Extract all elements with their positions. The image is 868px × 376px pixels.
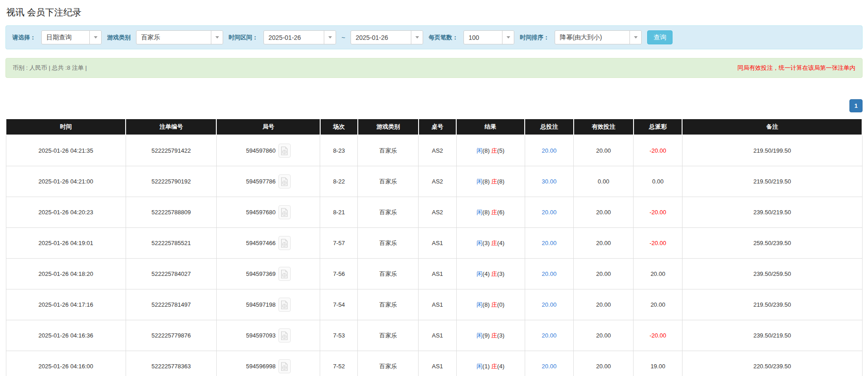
cell-total-bet[interactable]: 20.00 xyxy=(525,228,574,259)
cell-total-bet[interactable]: 20.00 xyxy=(525,197,574,228)
cell-round-id: 594597093 xyxy=(216,320,320,351)
cell-valid-bet: 20.00 xyxy=(574,259,634,289)
cell-payout: -20.00 xyxy=(634,228,683,259)
chevron-down-icon[interactable] xyxy=(411,31,423,44)
column-header: 总投注 xyxy=(525,119,574,135)
cell-total-bet[interactable]: 20.00 xyxy=(525,320,574,351)
table-row: 2025-01-26 04:16:36522225779876594597093… xyxy=(6,320,862,351)
cell-round-id: 594597198 xyxy=(216,289,320,320)
result-player-label: 闲 xyxy=(477,147,483,154)
date-to-select[interactable]: 2025-01-26 xyxy=(351,30,423,44)
video-replay-button[interactable] xyxy=(278,267,291,281)
cell-game-type: 百家乐 xyxy=(358,320,419,351)
game-type-label: 游戏类别 xyxy=(107,34,131,42)
cell-bet-id: 522225784027 xyxy=(126,259,216,289)
chevron-down-icon[interactable] xyxy=(211,31,223,44)
cell-remark: 239.50/219.50 xyxy=(682,320,862,351)
page-size-value: 100 xyxy=(464,31,502,44)
query-type-value: 日期查询 xyxy=(42,31,89,44)
cell-total-bet[interactable]: 20.00 xyxy=(525,351,574,376)
result-player-label: 闲 xyxy=(477,240,483,246)
round-id-text: 594597466 xyxy=(246,240,276,246)
cell-table-no: AS1 xyxy=(419,289,456,320)
page-size-select[interactable]: 100 xyxy=(463,30,514,44)
result-banker-label: 庄 xyxy=(491,147,497,154)
chevron-down-icon[interactable] xyxy=(502,31,514,44)
page-1-button[interactable]: 1 xyxy=(849,99,863,112)
chevron-down-icon[interactable] xyxy=(629,31,641,44)
round-id-wrap: 594597093 xyxy=(219,328,317,342)
cell-valid-bet: 20.00 xyxy=(574,351,634,376)
column-header: 总派彩 xyxy=(634,119,683,135)
query-type-label: 请选择： xyxy=(12,34,36,42)
result-player-label: 闲 xyxy=(477,178,483,185)
result-banker-label: 庄 xyxy=(491,209,497,216)
cell-total-bet[interactable]: 30.00 xyxy=(525,166,574,197)
query-type-select[interactable]: 日期查询 xyxy=(41,30,102,44)
result-player-value: (3) xyxy=(483,240,492,246)
result-banker-value: (8) xyxy=(497,178,504,185)
result-player-value: (9) xyxy=(483,332,492,339)
video-replay-button[interactable] xyxy=(278,236,291,250)
cell-time: 2025-01-26 04:19:01 xyxy=(6,228,126,259)
result-player-value: (8) xyxy=(483,301,492,308)
cell-bet-id: 522225791422 xyxy=(126,135,216,166)
page-size-label: 每页笔数： xyxy=(429,34,458,42)
game-type-select[interactable]: 百家乐 xyxy=(136,30,223,44)
cell-time: 2025-01-26 04:16:36 xyxy=(6,320,126,351)
cell-time: 2025-01-26 04:20:23 xyxy=(6,197,126,228)
result-player-value: (1) xyxy=(483,363,492,370)
result-banker-label: 庄 xyxy=(491,332,497,339)
cell-table-no: AS1 xyxy=(419,228,456,259)
column-header: 局号 xyxy=(216,119,320,135)
cell-session: 8-21 xyxy=(320,197,358,228)
cell-total-bet[interactable]: 20.00 xyxy=(525,135,574,166)
cell-round-id: 594597680 xyxy=(216,197,320,228)
cell-bet-id: 522225778363 xyxy=(126,351,216,376)
result-player-label: 闲 xyxy=(477,363,483,370)
cell-game-type: 百家乐 xyxy=(358,135,419,166)
video-replay-button[interactable] xyxy=(278,328,291,342)
cell-result: 闲(9) 庄(3) xyxy=(456,320,525,351)
chevron-down-icon[interactable] xyxy=(89,31,101,44)
cell-round-id: 594596998 xyxy=(216,351,320,376)
cell-total-bet[interactable]: 20.00 xyxy=(525,289,574,320)
cell-total-bet[interactable]: 20.00 xyxy=(525,259,574,289)
time-sort-label: 时间排序： xyxy=(520,34,549,42)
cell-result: 闲(8) 庄(0) xyxy=(456,289,525,320)
result-banker-value: (0) xyxy=(497,301,504,308)
cell-valid-bet: 20.00 xyxy=(574,228,634,259)
table-body: 2025-01-26 04:21:35522225791422594597860… xyxy=(6,135,862,376)
video-replay-button[interactable] xyxy=(278,298,291,312)
cell-table-no: AS2 xyxy=(419,166,456,197)
round-id-text: 594596998 xyxy=(246,363,276,370)
table-header: 时间注单编号局号场次游戏类别桌号结果总投注有效投注总派彩备注 xyxy=(6,119,862,135)
table-row: 2025-01-26 04:20:23522225788809594597680… xyxy=(6,197,862,228)
cell-bet-id: 522225781497 xyxy=(126,289,216,320)
cell-payout: -20.00 xyxy=(634,135,683,166)
cell-session: 7-52 xyxy=(320,351,358,376)
cell-game-type: 百家乐 xyxy=(358,289,419,320)
date-to-value: 2025-01-26 xyxy=(351,31,411,44)
page-title: 视讯 会员下注纪录 xyxy=(6,6,863,19)
cell-time: 2025-01-26 04:16:00 xyxy=(6,351,126,376)
result-banker-value: (6) xyxy=(497,209,504,216)
video-replay-button[interactable] xyxy=(278,144,291,158)
search-button[interactable]: 查询 xyxy=(647,30,673,44)
result-banker-value: (4) xyxy=(497,240,504,246)
result-banker-label: 庄 xyxy=(491,178,497,185)
time-sort-select[interactable]: 降幂(由大到小) xyxy=(555,30,642,44)
chevron-down-icon[interactable] xyxy=(324,31,336,44)
cell-payout: 0.00 xyxy=(634,166,683,197)
video-replay-button[interactable] xyxy=(278,174,291,188)
result-player-value: (8) xyxy=(483,147,492,154)
result-player-label: 闲 xyxy=(477,270,483,277)
video-replay-button[interactable] xyxy=(278,359,291,373)
cell-table-no: AS1 xyxy=(419,259,456,289)
video-replay-button[interactable] xyxy=(278,205,291,219)
table-row: 2025-01-26 04:21:00522225790192594597786… xyxy=(6,166,862,197)
video-file-icon xyxy=(281,208,288,217)
round-id-text: 594597860 xyxy=(246,147,276,154)
date-from-select[interactable]: 2025-01-26 xyxy=(263,30,336,44)
cell-table-no: AS2 xyxy=(419,135,456,166)
